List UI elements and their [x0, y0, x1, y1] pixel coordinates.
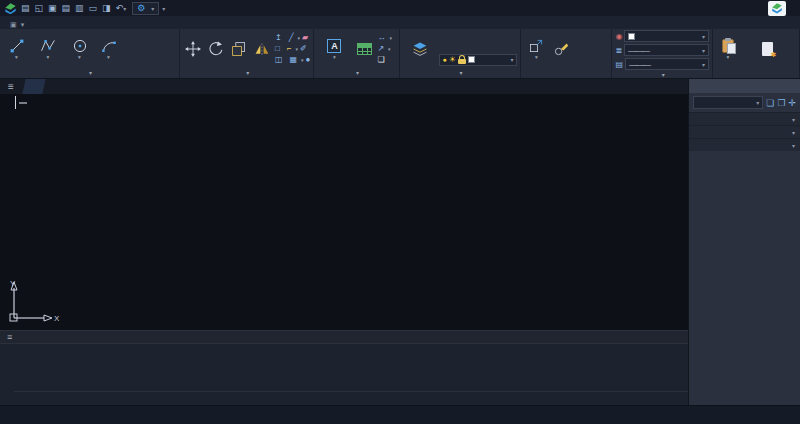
quick-access-icon[interactable]: ▤ — [62, 2, 71, 14]
ribbon-display-toggle[interactable]: ▣ ▾ — [10, 21, 24, 29]
polyline-tool-button[interactable]: ▾ — [32, 38, 64, 60]
file-tabs-menu-icon[interactable]: ≡ — [2, 81, 20, 92]
erase-icon[interactable]: ▰ — [302, 33, 308, 42]
wcs-label — [19, 102, 27, 104]
field-icon: ❏ — [377, 55, 384, 64]
document-tab-bar: ≡ — [0, 79, 688, 94]
chevron-down-icon: ▾ — [756, 99, 759, 106]
quick-access-icon[interactable]: ▭ — [89, 2, 98, 14]
chevron-down-icon: ▾ — [388, 46, 391, 52]
line-icon — [9, 38, 25, 55]
object-color-dropdown[interactable]: ▾ — [624, 30, 709, 42]
move-tool-button[interactable] — [183, 40, 204, 57]
section-basic[interactable]: ▾ — [689, 112, 800, 125]
chevron-down-icon[interactable]: ▾ — [47, 55, 50, 60]
undo-dropdown-icon[interactable]: ▾ — [123, 5, 126, 12]
edit-basepoint-button[interactable] — [550, 40, 572, 57]
paste-icon — [722, 39, 734, 53]
title-bar: ▤◱▣▤▥▭◨↶ ▾ ⚙ ▾ ▾ — [0, 0, 800, 16]
layout-tab-bar: ≡ — [0, 330, 688, 343]
chevron-down-icon: ▾ — [89, 69, 92, 76]
status-bar — [0, 405, 800, 424]
select-objects-icon[interactable]: ❐ — [777, 98, 785, 108]
layout-menu-icon[interactable]: ≡ — [0, 332, 19, 342]
lineweight-icon: ▤ — [615, 60, 623, 69]
chevron-down-icon[interactable]: ▾ — [15, 55, 18, 60]
pen-icon[interactable]: ✐ — [300, 44, 307, 53]
modify-panel-label[interactable]: ▾ — [180, 67, 313, 78]
rotate-icon — [208, 40, 224, 57]
sphere-icon[interactable]: ● — [306, 55, 311, 64]
line-tool-button[interactable]: ▾ — [3, 38, 30, 60]
section-other[interactable]: ▾ — [689, 138, 800, 151]
layer-panel-label[interactable]: ▾ — [400, 67, 521, 78]
quick-access-icon[interactable]: ▤ — [21, 2, 30, 14]
quick-access-icon[interactable]: ▣ — [48, 2, 57, 14]
annotate-panel-label[interactable]: ▾ — [314, 67, 398, 78]
quick-access-icon[interactable]: ↶ — [116, 2, 124, 14]
table-icon — [357, 43, 372, 55]
properties-panel-label[interactable]: ▾ — [612, 70, 712, 78]
ribbon-panel-properties: ◉ ▾ ≣ ——— ▾ ▤ — [612, 29, 713, 78]
toggle-pickadd-icon[interactable]: ❏ — [766, 98, 774, 108]
quick-access-icon[interactable]: ▥ — [75, 2, 84, 14]
color-wheel-icon: ◉ — [615, 32, 622, 41]
command-window[interactable] — [0, 343, 688, 405]
zwsoft-badge-icon[interactable] — [768, 1, 786, 16]
block-panel-label[interactable] — [521, 67, 611, 78]
clipboard-panel-label[interactable] — [713, 67, 799, 78]
fillet-icon: ⌐ — [287, 44, 292, 53]
circle-icon — [72, 38, 88, 55]
command-prompt[interactable] — [14, 391, 688, 405]
chevron-down-icon[interactable]: ▾ — [107, 55, 110, 60]
selection-filter-dropdown[interactable]: ▾ — [693, 96, 763, 109]
mirror-icon — [254, 40, 270, 57]
workspace-dropdown[interactable]: ⚙ ▾ — [132, 2, 159, 15]
chevron-down-icon[interactable]: ▾ — [333, 55, 336, 60]
quick-access-icon[interactable]: ◱ — [35, 2, 44, 14]
linetype-icon: ≣ — [615, 46, 622, 55]
layer-properties-button[interactable] — [403, 30, 437, 67]
chevron-down-icon: ▾ — [297, 35, 300, 41]
layer-thaw-sun-icon: ☀ — [449, 55, 456, 64]
trim-icon: ╱ — [289, 33, 294, 42]
color-swatch — [628, 33, 635, 40]
copy-paste-settings-button[interactable] — [742, 40, 794, 57]
layer-dropdown[interactable]: ● ☀ ▾ — [439, 54, 518, 66]
ucs-icon: Y X — [6, 278, 60, 326]
layer-color-swatch — [468, 56, 475, 63]
circle-tool-button[interactable]: ▾ — [66, 38, 93, 60]
layer-unlock-icon — [458, 59, 466, 64]
chevron-down-icon[interactable]: ▾ — [78, 55, 81, 60]
command-history — [14, 344, 688, 391]
quick-access-icon[interactable]: ◨ — [102, 2, 111, 14]
quick-select-icon[interactable]: ✛ — [788, 98, 796, 108]
linetype-dropdown[interactable]: ——— ▾ — [624, 44, 709, 56]
ribbon: ▾ ▾ ▾ — [0, 29, 800, 79]
arc-tool-button[interactable]: ▾ — [95, 38, 122, 60]
lineweight-dropdown[interactable]: ——— ▾ — [625, 58, 709, 70]
ucs-y-label: Y — [10, 279, 16, 288]
table-tool-button[interactable] — [353, 40, 375, 57]
section-view[interactable]: ▾ — [689, 125, 800, 138]
document-tab-drawing1[interactable] — [22, 79, 45, 94]
copy-tool-button[interactable] — [229, 40, 250, 57]
mtext-tool-button[interactable]: ▾ — [317, 38, 351, 60]
chevron-down-icon: ▾ — [702, 33, 705, 40]
layer-on-bulb-icon: ● — [443, 56, 447, 63]
drawing-canvas[interactable]: Y X — [0, 94, 688, 330]
chevron-down-icon[interactable]: ▾ — [727, 55, 730, 60]
rotate-tool-button[interactable] — [206, 40, 227, 57]
arc-icon — [101, 38, 117, 55]
toolbar-customize-icon[interactable]: ▾ — [162, 5, 165, 12]
insert-block-button[interactable]: ▾ — [524, 38, 548, 60]
basepoint-icon — [553, 40, 569, 57]
chevron-down-icon: ▾ — [702, 47, 705, 54]
chevron-down-icon[interactable]: ▾ — [535, 55, 538, 60]
draw-panel-label[interactable]: ▾ — [0, 67, 179, 78]
chevron-down-icon: ▾ — [792, 129, 795, 136]
mirror-tool-button[interactable] — [252, 40, 273, 57]
paste-button[interactable]: ▾ — [716, 38, 740, 60]
ribbon-panel-draw: ▾ ▾ ▾ — [0, 29, 180, 78]
chevron-down-icon: ▾ — [510, 56, 513, 63]
